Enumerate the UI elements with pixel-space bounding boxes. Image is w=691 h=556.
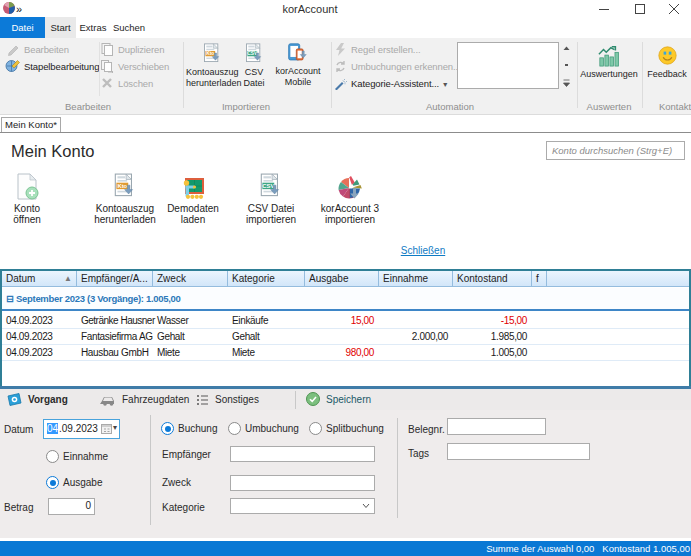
svg-text:Kto: Kto	[117, 183, 127, 189]
svg-text:CSV: CSV	[262, 183, 274, 189]
svg-text:Kto: Kto	[206, 51, 214, 56]
